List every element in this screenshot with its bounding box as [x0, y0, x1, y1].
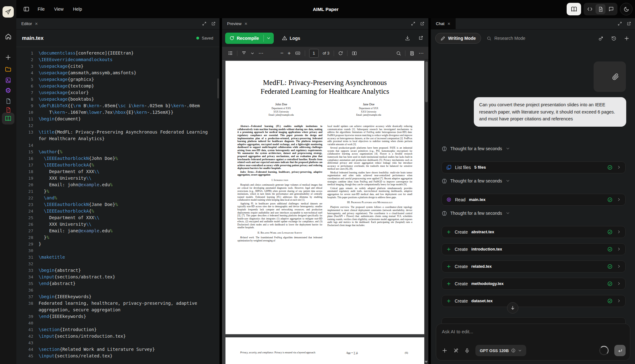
rotate-page-icon[interactable] [338, 51, 343, 56]
zoom-in-icon[interactable]: + [288, 50, 291, 56]
code-line[interactable]: 13\title{MedFL: Privacy-Preserving Async… [16, 129, 220, 135]
files-folder-icon[interactable] [4, 66, 12, 73]
code-line[interactable]: 6\usepackage{textcomp} [16, 83, 220, 89]
thought-row[interactable]: Thought for a few seconds [442, 177, 635, 185]
code-view-button[interactable] [585, 4, 595, 14]
tab-preview[interactable]: Preview✕ [222, 18, 252, 29]
close-icon[interactable]: ✕ [35, 22, 38, 26]
home-icon[interactable] [4, 33, 12, 40]
code-line[interactable]: 41\section{Introduction} [16, 326, 220, 333]
code-line[interactable]: 4\usepackage{amsmath,amssymb,amsfonts} [16, 70, 220, 76]
code-line[interactable]: 7\usepackage{xcolor} [16, 89, 220, 96]
thought-row[interactable]: Thought for a few seconds [442, 209, 635, 217]
task-card-create[interactable]: Createrelated.tex [442, 261, 626, 272]
chevron-down-icon[interactable] [251, 51, 254, 55]
code-line[interactable]: 29} [16, 241, 220, 247]
code-line[interactable]: 24 \IEEEauthorblockA{% [16, 208, 220, 214]
writing-mode-tab[interactable]: Writing Mode [435, 33, 481, 44]
code-line[interactable]: 17 \IEEEauthorblockA{% [16, 162, 220, 168]
code-line[interactable]: 44\section{Related Work and Literature S… [16, 346, 220, 353]
more-tools-icon[interactable]: ⋯ [258, 50, 264, 56]
code-line[interactable]: 21 }% [16, 188, 220, 195]
settings-gear-icon[interactable]: ⚙ [4, 87, 12, 94]
expand-icon[interactable] [202, 21, 207, 26]
code-line[interactable]: 22 \and% [16, 195, 220, 201]
close-icon[interactable]: ✕ [244, 22, 247, 26]
code-line[interactable]: 33\begin{abstract} [16, 267, 220, 274]
search-icon[interactable] [396, 51, 401, 56]
task-card-list-files[interactable]: List files5 files [442, 161, 626, 173]
microphone-icon[interactable] [464, 348, 470, 353]
expand-icon[interactable] [617, 21, 622, 26]
code-line[interactable]: for Healthcare Analytics} [16, 135, 220, 142]
new-chat-plus-icon[interactable] [624, 36, 629, 41]
code-line[interactable]: 3\usepackage{cite} [16, 63, 220, 70]
menu-help[interactable]: Help [73, 7, 82, 12]
tab-chat[interactable]: Chat✕ [431, 18, 456, 29]
zoom-out-icon[interactable]: − [280, 50, 283, 56]
dark-mode-toggle[interactable] [620, 3, 632, 15]
code-line[interactable]: 36 [16, 287, 220, 293]
open-in-window-icon[interactable] [627, 21, 631, 26]
recompile-options-chevron[interactable] [264, 33, 274, 44]
fit-width-icon[interactable] [295, 50, 301, 56]
code-line[interactable]: 8\usepackage{booktabs} [16, 96, 220, 103]
document-file-icon[interactable] [4, 97, 12, 105]
open-in-window-icon[interactable] [420, 21, 425, 26]
code-line[interactable]: 23 \IEEEauthorblockN{Jane Doe}% [16, 201, 220, 208]
code-line[interactable]: 35\end{abstract} [16, 280, 220, 287]
task-card-create[interactable]: Createdataset.tex [442, 295, 626, 307]
code-line[interactable]: 43 [16, 340, 220, 346]
close-icon[interactable]: ✕ [447, 22, 450, 26]
document-view-button[interactable] [595, 4, 606, 14]
menu-view[interactable]: View [54, 7, 64, 12]
code-line[interactable]: 15\author{% [16, 149, 220, 155]
outline-sidebar-icon[interactable] [228, 50, 233, 56]
add-attachment-icon[interactable] [442, 348, 447, 353]
download-pdf-icon[interactable] [405, 35, 410, 41]
code-line[interactable]: 5\usepackage{graphicx} [16, 76, 220, 83]
code-line[interactable]: 32 [16, 261, 220, 267]
code-line[interactable]: 25 Department of XXX\\ [16, 214, 220, 221]
code-line[interactable]: 30 [16, 247, 220, 254]
pdf-scrollbar[interactable] [425, 60, 428, 364]
task-card-create[interactable]: Createabstract.tex [442, 226, 626, 238]
code-line[interactable]: 34\input{sections/abstract.tex} [16, 274, 220, 280]
task-card-create[interactable]: Createmethodology.tex [442, 278, 626, 290]
code-line[interactable]: 2\IEEEoverridecommandlockouts [16, 56, 220, 63]
page-layout-icon[interactable] [352, 51, 357, 56]
edit-disabled-icon[interactable] [453, 348, 459, 353]
logs-button[interactable]: Logs [282, 35, 300, 41]
code-line[interactable]: 10 T\kern-.1667em\lower.7ex\hbox{E}\kern… [16, 109, 220, 116]
sidebar-toggle-icon[interactable] [23, 6, 29, 12]
code-line[interactable]: 37\begin{IEEEkeywords} [16, 293, 220, 300]
code-line[interactable]: 27 Email: jane@example.edu% [16, 228, 220, 234]
code-line[interactable]: 45\input{sections/related.tex} [16, 353, 220, 359]
task-card-create[interactable]: Createintroduction.tex [442, 243, 626, 255]
expand-icon[interactable] [411, 21, 415, 26]
code-line[interactable]: 12 [16, 122, 220, 129]
app-logo-paper-plane-icon[interactable] [3, 6, 14, 18]
code-line[interactable]: aggregation, secure aggregation [16, 307, 220, 313]
send-button[interactable] [614, 345, 626, 356]
open-in-window-icon[interactable] [211, 21, 216, 26]
code-line[interactable]: 19 XXX University\\ [16, 175, 220, 182]
code-line[interactable]: 31\maketitle [16, 254, 220, 261]
save-icon[interactable] [410, 51, 415, 56]
annotate-pen-icon[interactable] [241, 51, 246, 56]
code-line[interactable]: 38Federated learning, healthcare, privac… [16, 300, 220, 307]
code-line[interactable]: 26 XXX University\\ [16, 221, 220, 228]
model-selector[interactable]: GPT OSS 120B [475, 345, 526, 356]
task-card-read[interactable]: Readmain.tex [442, 194, 626, 206]
code-line[interactable]: 40 [16, 320, 220, 326]
share-icon[interactable] [598, 36, 604, 41]
code-line[interactable]: 1\documentclass[conference]{IEEEtran} [16, 50, 220, 56]
chat-input[interactable]: Ask AI to edit... GPT OSS 120B [436, 324, 630, 361]
code-line[interactable]: 20 Email: john@example.edu% [16, 182, 220, 188]
more-options-icon[interactable]: ⋯ [419, 50, 424, 56]
code-line[interactable]: 42\input{sections/introduction.tex} [16, 333, 220, 340]
menu-file[interactable]: File [38, 7, 45, 12]
code-line[interactable]: 9\def\BibTeX{{\rm B\kern-.05em{\sc i\ker… [16, 103, 220, 109]
research-mode-tab[interactable]: Research Mode [487, 36, 525, 41]
attachment-card[interactable] [594, 61, 626, 92]
